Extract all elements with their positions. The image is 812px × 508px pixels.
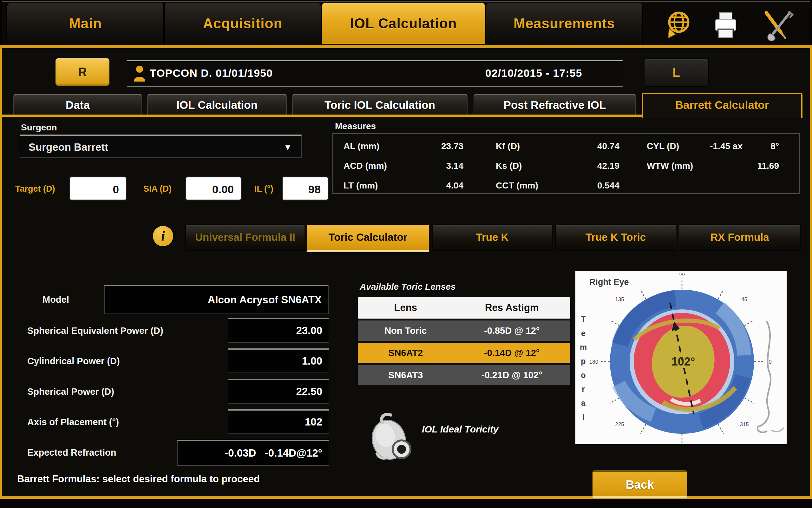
cyl-power-input[interactable]: 1.00 xyxy=(228,348,329,373)
measure-label: ACD (mm) xyxy=(344,161,387,171)
right-eye-button[interactable]: R xyxy=(55,58,109,86)
measure-value: 42.19 xyxy=(566,161,620,171)
measure-label: CYL (D) xyxy=(647,141,679,151)
chevron-down-icon: ▼ xyxy=(283,136,292,159)
eye-diagram-panel: Right Eye Temporal 90450315270225180135 … xyxy=(575,271,786,444)
cyl-power-label: Cylindrical Power (D) xyxy=(27,356,120,367)
measure-value: 23.73 xyxy=(409,141,463,151)
printer-icon[interactable] xyxy=(710,9,741,41)
subtab-data[interactable]: Data xyxy=(13,94,142,116)
globe-pointer-icon[interactable] xyxy=(661,9,693,41)
col-res-astigm: Res Astigm xyxy=(454,297,571,319)
sph-power-input[interactable]: 22.50 xyxy=(228,379,329,404)
surgeon-value: Surgeon Barrett xyxy=(29,141,108,153)
toric-lens-table: Lens Res Astigm Non Toric -0.85D @ 12° S… xyxy=(358,297,570,387)
measure-value: 3.14 xyxy=(409,161,463,171)
subtab-underline xyxy=(2,115,642,117)
measure-label: CCT (mm) xyxy=(496,180,538,191)
degree-label: 90 xyxy=(679,273,685,277)
table-row-selected[interactable]: SN6AT2 -0.14D @ 12° xyxy=(358,343,570,365)
model-input[interactable]: Alcon Acrysof SN6ATX xyxy=(104,285,329,314)
tab-acquisition[interactable]: Acquisition xyxy=(164,3,322,44)
lens-name: Non Toric xyxy=(358,321,454,341)
toric-lenses-title: Available Toric Lenses xyxy=(360,282,455,292)
tools-icon[interactable] xyxy=(761,9,792,41)
tab-measurements[interactable]: Measurements xyxy=(485,3,643,44)
sia-label: SIA (D) xyxy=(143,184,172,194)
footer-message: Barrett Formulas: select desired formula… xyxy=(17,473,260,485)
table-header: Lens Res Astigm xyxy=(358,297,570,321)
sep-input[interactable]: 23.00 xyxy=(228,318,329,343)
measure-label: LT (mm) xyxy=(344,180,378,191)
true-k-button[interactable]: True K xyxy=(432,224,552,251)
measure-value: 40.74 xyxy=(566,141,620,151)
table-row[interactable]: SN6AT3 -0.21D @ 102° xyxy=(358,365,570,387)
lens-astigm: -0.14D @ 12° xyxy=(454,343,571,363)
degree-label: 45 xyxy=(741,296,747,302)
axis-placement-input[interactable]: 102 xyxy=(228,409,329,434)
lens-astigm: -0.85D @ 12° xyxy=(454,321,571,341)
target-label: Target (D) xyxy=(15,184,55,194)
lens-name: SN6AT3 xyxy=(358,365,454,385)
measure-value: -1.45 ax xyxy=(685,141,742,151)
subtab-barrett-calculator[interactable]: Barrett Calculator xyxy=(642,93,803,118)
expected-refraction-value: -0.03D -0.14D@12° xyxy=(177,440,329,466)
col-lens: Lens xyxy=(358,297,454,319)
measure-label: Kf (D) xyxy=(496,141,520,151)
patient-name: TOPCON D. 01/01/1950 xyxy=(150,67,273,79)
expected-refraction-label: Expected Refraction xyxy=(27,448,116,458)
subtab-toric-iol-calculation[interactable]: Toric IOL Calculation xyxy=(292,94,467,116)
sph-power-label: Spherical Power (D) xyxy=(27,386,114,397)
il-input[interactable]: 98 xyxy=(282,176,329,201)
true-k-toric-button[interactable]: True K Toric xyxy=(555,224,676,251)
measure-label: Ks (D) xyxy=(496,161,522,171)
measure-value: 11.69 xyxy=(727,161,779,171)
nose-sketch xyxy=(736,319,786,442)
info-icon[interactable]: i xyxy=(153,226,173,246)
toric-calculator-button[interactable]: Toric Calculator xyxy=(306,224,430,252)
lens-name: SN6AT2 xyxy=(358,343,454,363)
surgeon-label: Surgeon xyxy=(21,123,57,133)
rx-formula-button[interactable]: RX Formula xyxy=(679,224,801,251)
back-button[interactable]: Back xyxy=(592,470,687,498)
main-tab-bar: Main Acquisition IOL Calculation Measure… xyxy=(2,1,810,46)
lens-astigm: -0.21D @ 102° xyxy=(454,365,571,385)
axis-value-label: 102° xyxy=(672,355,695,368)
sia-input[interactable]: 0.00 xyxy=(185,176,242,201)
subtab-iol-calculation[interactable]: IOL Calculation xyxy=(147,94,287,116)
measures-box: AL (mm) 23.73 ACD (mm) 3.14 LT (mm) 4.04… xyxy=(332,133,800,194)
measures-title: Measures xyxy=(335,121,376,131)
measure-axis: 8° xyxy=(760,141,779,151)
iol-lens-icon xyxy=(364,409,420,464)
patient-info-bar: TOPCON D. 01/01/1950 02/10/2015 - 17:55 xyxy=(127,60,623,87)
axis-placement-label: Axis of Placement (°) xyxy=(27,417,119,427)
universal-formula-button[interactable]: Universal Formula II xyxy=(185,224,305,251)
tab-iol-calculation[interactable]: IOL Calculation xyxy=(321,3,486,44)
exam-datetime: 02/10/2015 - 17:55 xyxy=(485,67,582,79)
measure-label: WTW (mm) xyxy=(647,161,693,171)
left-eye-button[interactable]: L xyxy=(644,58,709,87)
surgeon-dropdown[interactable]: Surgeon Barrett ▼ xyxy=(20,134,302,158)
measure-value: 0.544 xyxy=(566,180,620,191)
degree-label: 180 xyxy=(589,359,598,365)
tab-main[interactable]: Main xyxy=(6,3,164,44)
patient-icon xyxy=(133,65,146,82)
measure-label: AL (mm) xyxy=(344,141,379,151)
ideal-toricity-label: IOL Ideal Toricity xyxy=(422,424,499,435)
target-input[interactable]: 0 xyxy=(69,176,127,201)
degree-label: 225 xyxy=(615,421,624,427)
table-row[interactable]: Non Toric -0.85D @ 12° xyxy=(358,321,570,343)
subtab-post-refractive-iol[interactable]: Post Refractive IOL xyxy=(473,94,636,116)
measure-value: 4.04 xyxy=(409,180,463,191)
model-label: Model xyxy=(43,294,69,305)
il-label: IL (°) xyxy=(255,184,273,194)
iol-calculation-screen: Main Acquisition IOL Calculation Measure… xyxy=(0,0,812,508)
degree-label: 135 xyxy=(615,296,624,302)
sep-label: Spherical Equivalent Power (D) xyxy=(27,326,163,336)
